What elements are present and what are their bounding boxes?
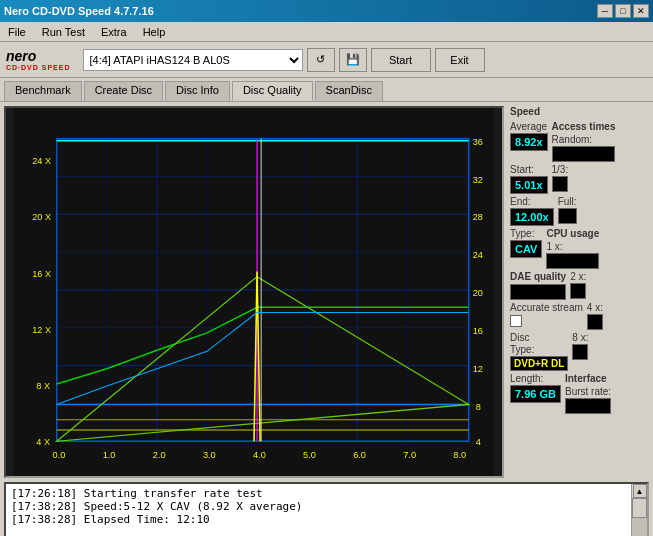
disc-cpu8x-row: Disc Type: DVD+R DL 8 x: (510, 332, 651, 371)
title-bar: Nero CD-DVD Speed 4.7.7.16 ─ □ ✕ (0, 0, 653, 22)
speed-start-row: Start: 5.01x 1/3: (510, 164, 651, 194)
speed-type-value: CAV (510, 240, 542, 258)
speed-end-col: End: 12.00x (510, 196, 554, 226)
svg-text:4: 4 (476, 437, 481, 447)
speed-type-label: Type: (510, 228, 542, 239)
svg-text:4.0: 4.0 (253, 450, 266, 460)
accurate-cpu4x-row: Accurate stream 4 x: (510, 302, 651, 330)
tab-disc-quality[interactable]: Disc Quality (232, 81, 313, 101)
length-interface-row: Length: 7.96 GB Interface Burst rate: (510, 373, 651, 414)
svg-text:5.0: 5.0 (303, 450, 316, 460)
maximize-button[interactable]: □ (615, 4, 631, 18)
scroll-track (632, 498, 647, 536)
scroll-thumb[interactable] (632, 498, 647, 518)
accurate-stream-checkbox-row (510, 315, 583, 327)
app-logo: nero CD·DVD SPEED (6, 48, 71, 71)
main-content: 4 X 8 X 12 X 16 X 20 X 24 X 4 8 12 16 20… (0, 102, 653, 482)
logo-sub-text: CD·DVD SPEED (6, 64, 71, 71)
refresh-button[interactable]: ↺ (307, 48, 335, 72)
access-onethird-col: 1/3: (552, 164, 569, 194)
access-random-value (552, 146, 616, 162)
speed-start-col: Start: 5.01x (510, 164, 548, 194)
accurate-stream-checkbox[interactable] (510, 315, 522, 327)
disc-length-label: Length: (510, 373, 561, 384)
speed-average-label: Average (510, 121, 548, 132)
close-button[interactable]: ✕ (633, 4, 649, 18)
interface-header: Interface (565, 373, 611, 384)
scroll-up-button[interactable]: ▲ (633, 484, 647, 498)
svg-text:12: 12 (473, 364, 483, 374)
access-times-header: Access times (552, 121, 616, 132)
cpu-usage-col: CPU usage 1 x: (546, 228, 599, 269)
speed-end-label: End: (510, 196, 554, 207)
menu-file[interactable]: File (4, 25, 30, 39)
dae-cpu-row: DAE quality 2 x: (510, 271, 651, 300)
svg-text:32: 32 (473, 175, 483, 185)
exit-button[interactable]: Exit (435, 48, 485, 72)
log-area: [17:26:18] Starting transfer rate test [… (4, 482, 649, 536)
tab-scan-disc[interactable]: ScanDisc (315, 81, 383, 101)
tab-disc-info[interactable]: Disc Info (165, 81, 230, 101)
svg-text:3.0: 3.0 (203, 450, 216, 460)
window-controls: ─ □ ✕ (597, 4, 649, 18)
log-entry-3: [17:38:28] Elapsed Time: 12:10 (11, 513, 626, 526)
disc-length-col: Length: 7.96 GB (510, 373, 561, 414)
cpu-1x-value (546, 253, 599, 269)
speed-average-col: Average 8.92x (510, 121, 548, 162)
logo-nero-text: nero (6, 48, 71, 64)
burst-rate-label: Burst rate: (565, 386, 611, 397)
speed-end-value: 12.00x (510, 208, 554, 226)
accurate-stream-label: Accurate stream (510, 302, 583, 313)
svg-text:6.0: 6.0 (353, 450, 366, 460)
minimize-button[interactable]: ─ (597, 4, 613, 18)
svg-text:36: 36 (473, 137, 483, 147)
svg-text:20: 20 (473, 288, 483, 298)
speed-start-value: 5.01x (510, 176, 548, 194)
tab-benchmark[interactable]: Benchmark (4, 81, 82, 101)
accurate-stream-col: Accurate stream (510, 302, 583, 330)
menu-run-test[interactable]: Run Test (38, 25, 89, 39)
disc-length-value: 7.96 GB (510, 385, 561, 403)
speed-average-row: Average 8.92x Access times Random: (510, 121, 651, 162)
save-button[interactable]: 💾 (339, 48, 367, 72)
svg-text:16: 16 (473, 326, 483, 336)
right-panel: Speed Average 8.92x Access times Random:… (508, 102, 653, 482)
svg-text:8 X: 8 X (36, 381, 50, 391)
log-entry-1: [17:26:18] Starting transfer rate test (11, 487, 626, 500)
access-random-label: Random: (552, 134, 616, 145)
chart-svg: 4 X 8 X 12 X 16 X 20 X 24 X 4 8 12 16 20… (6, 108, 502, 476)
speed-type-col: Type: CAV (510, 228, 542, 269)
speed-type-row: Type: CAV CPU usage 1 x: (510, 228, 651, 269)
interface-col: Interface Burst rate: (565, 373, 611, 414)
access-times-col: Access times Random: (552, 121, 616, 162)
log-content: [17:26:18] Starting transfer rate test [… (6, 484, 631, 536)
access-full-col: Full: (558, 196, 577, 226)
cpu-4x-value (587, 314, 603, 330)
disc-type-label: Disc (510, 332, 568, 343)
access-full-value (558, 208, 577, 224)
log-scrollbar[interactable]: ▲ ▼ (631, 484, 647, 536)
speed-end-row: End: 12.00x Full: (510, 196, 651, 226)
disc-type-value: DVD+R DL (510, 356, 568, 371)
speed-average-value: 8.92x (510, 133, 548, 151)
svg-text:16 X: 16 X (32, 269, 51, 279)
dae-col: DAE quality (510, 271, 566, 300)
cpu-8x-col: 8 x: (572, 332, 588, 371)
cpu-4x-label: 4 x: (587, 302, 603, 313)
cpu-8x-value (572, 344, 588, 360)
svg-text:24 X: 24 X (32, 156, 51, 166)
access-full-label: Full: (558, 196, 577, 207)
svg-text:4 X: 4 X (36, 437, 50, 447)
svg-text:1.0: 1.0 (103, 450, 116, 460)
speed-start-label: Start: (510, 164, 548, 175)
svg-text:8.0: 8.0 (453, 450, 466, 460)
tab-create-disc[interactable]: Create Disc (84, 81, 163, 101)
svg-text:20 X: 20 X (32, 212, 51, 222)
menu-extra[interactable]: Extra (97, 25, 131, 39)
menu-help[interactable]: Help (139, 25, 170, 39)
svg-text:24: 24 (473, 250, 483, 260)
cpu-2x-value (570, 283, 586, 299)
start-button[interactable]: Start (371, 48, 431, 72)
chart-area: 4 X 8 X 12 X 16 X 20 X 24 X 4 8 12 16 20… (4, 106, 504, 478)
drive-selector[interactable]: [4:4] ATAPI iHAS124 B AL0S (83, 49, 303, 71)
